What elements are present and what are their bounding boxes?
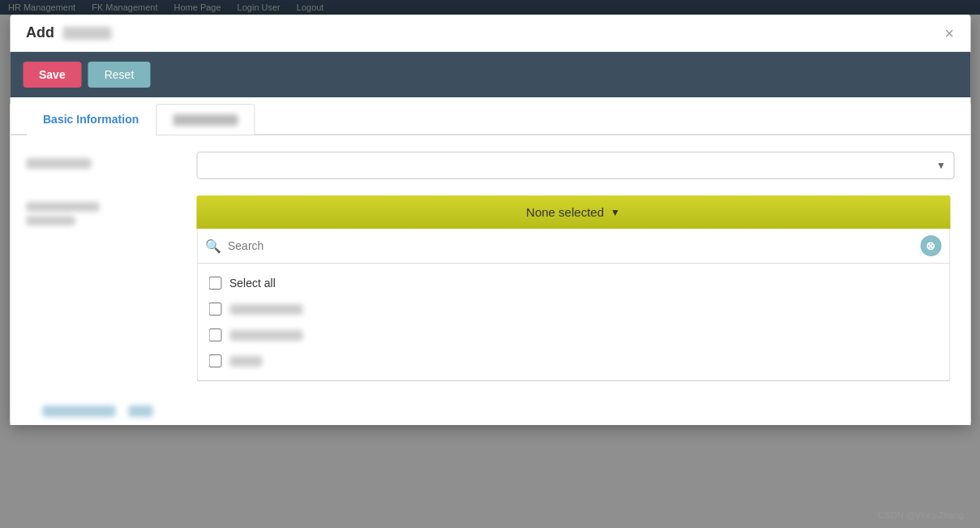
form-row-1: ▼ (26, 152, 954, 179)
tab-basic-label: Basic Information (43, 113, 139, 126)
tab-other[interactable] (156, 104, 255, 135)
modal-title: Add (26, 24, 111, 41)
field1-input: ▼ (196, 152, 954, 179)
checkbox-item-3-label (229, 356, 262, 367)
checkbox-item-2-label (229, 330, 302, 341)
tabs-bar: Basic Information (10, 104, 970, 135)
modal-title-text: Add (26, 24, 54, 41)
checkbox-item-1[interactable] (197, 296, 949, 322)
checkbox-select-all-label: Select all (229, 277, 276, 290)
multiselect-container: None selected ▼ 🔍 ⊗ (196, 195, 950, 381)
reset-button[interactable]: Reset (88, 62, 151, 88)
multiselect-dropdown: 🔍 ⊗ Select all (196, 229, 950, 381)
checkbox-item-1-label (229, 304, 302, 315)
field2-label-multi (26, 202, 196, 225)
checkbox-select-all[interactable]: Select all (197, 270, 949, 296)
checkbox-select-all-input[interactable] (208, 277, 221, 290)
field1-label-blurred (26, 158, 91, 169)
field2-label-line1 (26, 202, 99, 212)
field2-label (26, 195, 196, 225)
form-content: ▼ (10, 135, 970, 425)
bottom-blurred-area (26, 397, 954, 425)
field2-label-line2 (26, 216, 75, 225)
modal-header: Add × (10, 15, 970, 52)
form-row-2: None selected ▼ 🔍 ⊗ (26, 195, 954, 381)
bottom-blurred-1 (42, 406, 115, 417)
search-clear-button[interactable]: ⊗ (920, 235, 941, 256)
checkbox-item-1-input[interactable] (208, 303, 221, 316)
search-bar: 🔍 ⊗ (197, 229, 949, 264)
save-button[interactable]: Save (23, 62, 82, 88)
modal-title-blurred (62, 27, 111, 40)
tab-other-label-blurred (173, 114, 238, 126)
tab-basic-information[interactable]: Basic Information (26, 104, 156, 135)
checkbox-list: Select all (197, 264, 949, 380)
checkbox-item-3[interactable] (197, 348, 949, 374)
modal-body: Basic Information (10, 104, 970, 425)
modal-close-button[interactable]: × (944, 25, 954, 41)
field1-select[interactable] (196, 152, 954, 179)
attribution: CSDN @Vincy.Zhang (878, 510, 964, 520)
checkbox-item-2[interactable] (197, 322, 949, 348)
multiselect-toggle-label: None selected (526, 205, 604, 219)
multiselect-toggle-button[interactable]: None selected ▼ (196, 195, 950, 229)
field1-label (26, 152, 196, 171)
checkbox-item-3-input[interactable] (208, 354, 221, 367)
multiselect-dropdown-arrow-icon: ▼ (610, 207, 620, 218)
bottom-blurred-2 (128, 406, 152, 417)
search-input[interactable] (228, 239, 914, 252)
modal-toolbar: Save Reset (10, 52, 970, 97)
field2-multiselect: None selected ▼ 🔍 ⊗ (196, 195, 954, 381)
modal-dialog: Add × Save Reset Basic Information (10, 15, 970, 425)
checkbox-item-2-input[interactable] (208, 328, 221, 341)
select-wrapper: ▼ (196, 152, 954, 179)
search-icon: 🔍 (205, 238, 221, 254)
